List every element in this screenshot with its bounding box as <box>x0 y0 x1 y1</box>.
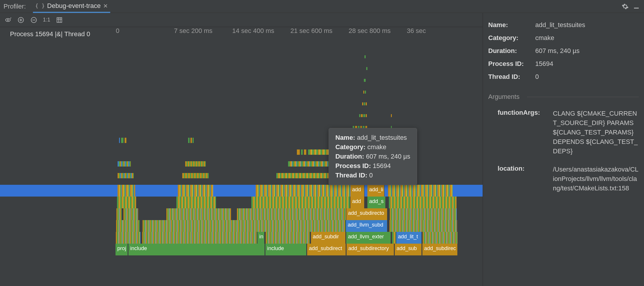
process-thread-label: Process 15694 |&| Thread 0 <box>10 30 90 38</box>
flame-block[interactable] <box>116 208 122 220</box>
toolwindow-header: Profiler: { } Debug-event-trace <box>0 0 644 13</box>
flame-block[interactable] <box>392 232 396 244</box>
flame-block[interactable]: add_li <box>367 185 384 197</box>
flame-block[interactable] <box>176 197 216 208</box>
flame-block[interactable]: add_subdir <box>311 232 346 244</box>
flame-block[interactable]: add_s <box>367 197 386 208</box>
details-name-key: Name: <box>488 21 535 29</box>
flame-block[interactable]: proj <box>116 244 128 255</box>
details-category-key: Category: <box>488 34 535 42</box>
arguments-section-title: Arguments <box>488 93 639 101</box>
hover-tooltip: Name: add_lit_testsuites Category: cmake… <box>329 128 417 185</box>
flame-block[interactable] <box>118 185 135 197</box>
tooltip-pid-key: Process ID: <box>335 162 371 169</box>
flame-block[interactable] <box>143 220 345 232</box>
flame-block[interactable]: add <box>350 185 364 197</box>
arg-functionargs-key: functionArgs: <box>498 109 553 156</box>
ruler-tick: 0 <box>116 27 174 41</box>
flame-block[interactable]: add_llvm_exter <box>346 232 391 244</box>
flame-block[interactable] <box>389 197 456 208</box>
zoom-out-icon[interactable] <box>30 16 38 24</box>
details-tid-key: Thread ID: <box>488 73 535 81</box>
svg-point-2 <box>7 19 9 21</box>
flame-chart[interactable]: 0 7 sec 200 ms 14 sec 400 ms 21 sec 600 … <box>0 41 483 286</box>
toolwindow-title: Profiler: <box>4 3 26 10</box>
flame-block[interactable]: include <box>128 244 265 255</box>
flame-block[interactable]: include <box>265 244 307 255</box>
flame-block[interactable] <box>388 185 453 197</box>
flame-block[interactable]: add_subdirecto <box>346 208 387 220</box>
minimize-icon[interactable] <box>632 2 640 11</box>
flame-block[interactable] <box>237 208 346 220</box>
focus-icon[interactable] <box>4 16 12 24</box>
details-pid-value: 15694 <box>535 60 639 68</box>
tooltip-tid-value: 0 <box>369 172 373 179</box>
details-duration-value: 607 ms, 240 µs <box>535 47 639 55</box>
flame-block[interactable]: add_sub <box>395 244 422 255</box>
flame-block[interactable]: in <box>257 232 265 244</box>
ruler-tick: 7 sec 200 ms <box>174 27 232 41</box>
arg-functionargs-value: CLANG ${CMAKE_CURRENT_SOURCE_DIR} PARAMS… <box>553 109 639 156</box>
tooltip-duration-value: 607 ms, 240 µs <box>366 153 410 160</box>
flame-block[interactable] <box>142 232 257 244</box>
tooltip-tid-key: Thread ID: <box>335 172 367 179</box>
braces-icon: { } <box>35 3 45 9</box>
arg-location-key: location: <box>498 165 553 193</box>
flame-block[interactable] <box>116 220 140 232</box>
details-category-value: cmake <box>535 34 639 42</box>
details-name-value: add_lit_testsuites <box>535 21 639 29</box>
flame-block[interactable] <box>423 232 457 244</box>
ruler-tick: 14 sec 400 ms <box>232 27 290 41</box>
tab-label: Debug-event-trace <box>47 2 101 10</box>
flame-block[interactable] <box>116 232 140 244</box>
tooltip-name-key: Name: <box>335 134 355 141</box>
ruler-tick: 36 sec <box>407 27 465 41</box>
time-ruler: 0 7 sec 200 ms 14 sec 400 ms 21 sec 600 … <box>116 27 483 41</box>
arg-location-link[interactable]: /Users/anastasiakazakova/CLionProjects/l… <box>553 165 639 193</box>
ruler-tick: 21 sec 600 ms <box>290 27 349 41</box>
zoom-in-icon[interactable] <box>17 16 25 24</box>
tooltip-category-value: cmake <box>367 143 387 151</box>
tooltip-pid-value: 15694 <box>373 162 391 169</box>
tooltip-name-value: add_lit_testsuites <box>357 134 407 141</box>
ruler-tick: 28 sec 800 ms <box>349 27 407 41</box>
details-pid-key: Process ID: <box>488 60 535 68</box>
profiler-sub-toolbar: 1:1 <box>0 13 483 27</box>
tab-debug-event-trace[interactable]: { } Debug-event-trace <box>33 0 110 13</box>
flame-block[interactable]: add_llvm_subd <box>346 220 387 232</box>
details-tid-value: 0 <box>535 73 639 81</box>
flame-block[interactable] <box>166 208 231 220</box>
flame-block[interactable]: add_subdirectory <box>347 244 394 255</box>
flame-block[interactable]: add_subdirect <box>307 244 346 255</box>
tooltip-category-key: Category: <box>335 143 366 151</box>
svg-rect-9 <box>57 17 62 22</box>
zoom-reset-button[interactable]: 1:1 <box>43 17 50 23</box>
tooltip-duration-key: Duration: <box>335 153 364 160</box>
flame-block[interactable] <box>123 208 138 220</box>
flame-block[interactable]: add <box>350 197 364 208</box>
details-duration-key: Duration: <box>488 47 535 55</box>
flame-block[interactable] <box>389 220 457 232</box>
flame-block[interactable] <box>390 208 457 220</box>
flame-block[interactable] <box>251 197 350 208</box>
svg-rect-0 <box>634 8 639 9</box>
flame-block[interactable]: add_subdirec <box>422 244 458 255</box>
close-icon[interactable] <box>103 4 108 8</box>
flame-block[interactable] <box>266 232 310 244</box>
flame-block[interactable]: add_lit_t <box>396 232 421 244</box>
flame-block[interactable] <box>256 185 350 197</box>
table-icon[interactable] <box>56 16 63 24</box>
flame-block[interactable] <box>178 185 213 197</box>
svg-line-3 <box>10 18 11 19</box>
flame-block[interactable] <box>117 197 136 208</box>
details-panel: Name: add_lit_testsuites Category: cmake… <box>483 13 644 286</box>
gear-icon[interactable] <box>621 2 629 11</box>
